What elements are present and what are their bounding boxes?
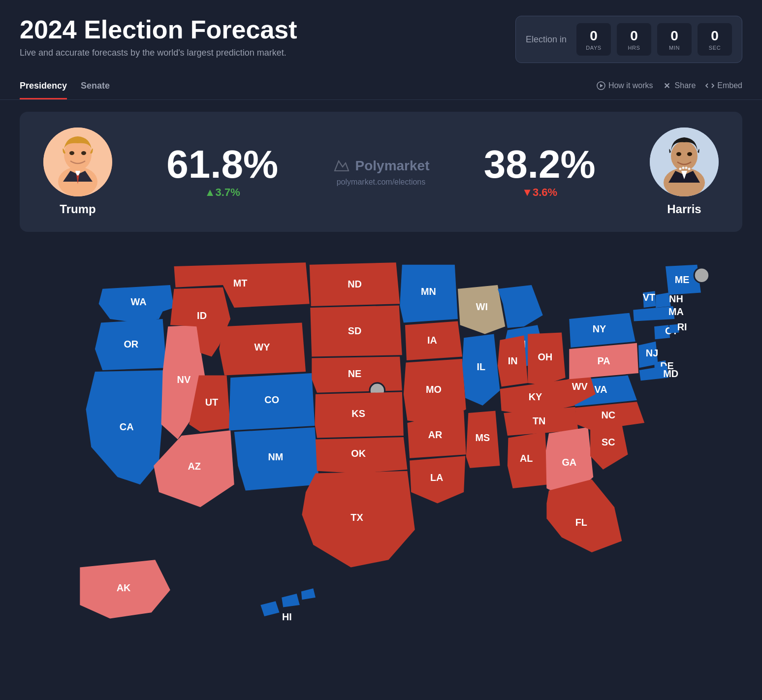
svg-point-15 <box>685 167 687 169</box>
nav-bar: Presidency Senate How it works ✕ Share E… <box>0 69 762 100</box>
state-nh[interactable] <box>656 292 671 308</box>
state-ms[interactable] <box>466 411 500 468</box>
timer-hrs: 0 HRS <box>617 23 651 56</box>
hrs-label: HRS <box>628 45 640 51</box>
election-in-label: Election in <box>526 34 567 45</box>
timer-sec: 0 SEC <box>698 23 732 56</box>
harris-percent: 38.2% <box>484 145 596 184</box>
state-sc[interactable] <box>590 424 628 470</box>
days-value: 0 <box>590 28 598 44</box>
polymarket-center: Polymarket polymarket.com/elections <box>333 157 430 187</box>
us-election-map: WA OR CA NV ID MT WY UT AZ CO NM ND <box>20 244 742 696</box>
trump-name: Trump <box>60 202 95 216</box>
state-ia[interactable] <box>405 321 462 361</box>
nav-actions: How it works ✕ Share Embed <box>597 81 742 95</box>
state-nm[interactable] <box>234 427 319 490</box>
election-timer: Election in 0 DAYS 0 HRS 0 MIN 0 SEC <box>515 16 742 63</box>
state-vt[interactable] <box>643 291 656 308</box>
state-ak[interactable] <box>80 560 170 618</box>
x-icon: ✕ <box>663 81 672 90</box>
harris-candidate: Harris <box>650 127 719 216</box>
state-ok[interactable] <box>316 437 408 473</box>
state-ks[interactable] <box>315 392 403 438</box>
sec-value: 0 <box>711 28 719 44</box>
state-ne[interactable] <box>312 356 402 392</box>
state-tx[interactable] <box>302 471 414 568</box>
polymarket-icon <box>333 157 350 175</box>
state-wi[interactable] <box>458 285 505 334</box>
share-button[interactable]: ✕ Share <box>663 81 696 90</box>
svg-point-9 <box>671 141 698 171</box>
header-left: 2024 Election Forecast Live and accurate… <box>20 16 297 58</box>
map-container: WA OR CA NV ID MT WY UT AZ CO NM ND <box>0 244 762 700</box>
state-co[interactable] <box>229 373 315 430</box>
page-title: 2024 Election Forecast <box>20 16 297 44</box>
tab-presidency[interactable]: Presidency <box>20 77 67 99</box>
trump-avatar <box>43 127 112 196</box>
harris-stats: 38.2% ▼3.6% <box>484 145 596 199</box>
trump-change: ▲3.7% <box>205 186 240 199</box>
state-ri[interactable] <box>669 324 679 333</box>
state-al[interactable] <box>508 432 548 488</box>
polymarket-brand: Polymarket <box>355 158 430 174</box>
svg-point-16 <box>688 168 690 170</box>
timer-days: 0 DAYS <box>576 23 611 56</box>
state-ny[interactable] <box>569 313 635 348</box>
state-hi[interactable] <box>260 588 316 616</box>
how-it-works-button[interactable]: How it works <box>597 81 653 90</box>
embed-label: Embed <box>717 81 742 90</box>
embed-icon <box>705 81 714 90</box>
harris-avatar <box>650 127 719 196</box>
play-icon <box>597 81 605 90</box>
hrs-value: 0 <box>630 28 638 44</box>
state-il[interactable] <box>462 334 500 406</box>
tab-senate[interactable]: Senate <box>81 77 110 99</box>
timer-min: 0 MIN <box>657 23 692 56</box>
min-value: 0 <box>670 28 678 44</box>
days-label: DAYS <box>586 45 601 51</box>
how-it-works-label: How it works <box>608 81 653 90</box>
state-md[interactable] <box>639 366 669 381</box>
svg-text:HI: HI <box>282 611 292 622</box>
state-la[interactable] <box>410 456 465 503</box>
svg-point-11 <box>676 152 681 156</box>
svg-point-14 <box>682 167 684 169</box>
state-ma[interactable] <box>633 306 674 321</box>
state-oh[interactable] <box>528 332 565 385</box>
embed-button[interactable]: Embed <box>705 81 742 90</box>
header: 2024 Election Forecast Live and accurate… <box>0 0 762 63</box>
me-split-marker <box>694 268 709 283</box>
state-wa[interactable] <box>99 285 174 322</box>
svg-point-13 <box>679 168 681 170</box>
svg-point-7 <box>81 151 86 155</box>
state-pa[interactable] <box>569 343 638 379</box>
trump-stats: 61.8% ▲3.7% <box>166 145 278 199</box>
candidates-card: Trump 61.8% ▲3.7% Polymarket polymarket.… <box>20 112 742 232</box>
svg-point-6 <box>69 151 74 155</box>
share-label: Share <box>675 81 696 90</box>
svg-text:NH: NH <box>669 293 683 304</box>
polymarket-url: polymarket.com/elections <box>337 178 426 187</box>
state-mi[interactable] <box>498 285 543 328</box>
page-subtitle: Live and accurate forecasts by the world… <box>20 48 297 58</box>
state-nd[interactable] <box>310 262 400 306</box>
state-in[interactable] <box>498 336 528 387</box>
svg-point-12 <box>687 152 692 156</box>
state-az[interactable] <box>154 430 234 507</box>
nav-tabs: Presidency Senate <box>20 77 124 99</box>
polymarket-logo: Polymarket <box>333 157 430 175</box>
svg-marker-1 <box>600 84 603 88</box>
state-fl[interactable] <box>546 479 622 552</box>
harris-name: Harris <box>667 202 701 216</box>
trump-candidate: Trump <box>43 127 112 216</box>
state-nc[interactable] <box>575 402 645 430</box>
sec-label: SEC <box>709 45 721 51</box>
trump-percent: 61.8% <box>166 145 278 184</box>
harris-change: ▼3.6% <box>522 186 557 199</box>
state-sd[interactable] <box>310 305 402 356</box>
state-wy[interactable] <box>219 323 306 376</box>
state-ct[interactable] <box>654 325 670 339</box>
state-or[interactable] <box>95 319 166 370</box>
state-mn[interactable] <box>400 265 458 323</box>
min-label: MIN <box>669 45 680 51</box>
